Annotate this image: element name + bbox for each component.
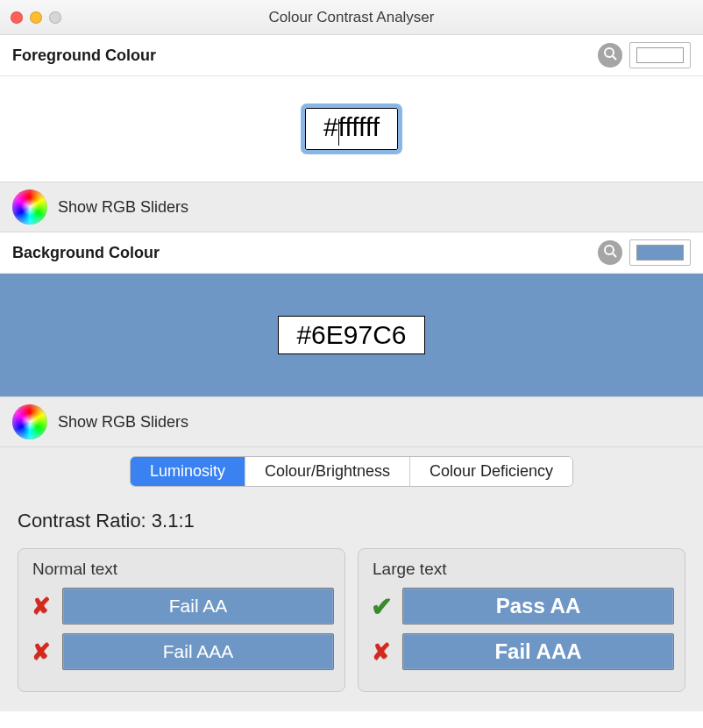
- background-hex-field-wrap[interactable]: #6E97C6: [278, 316, 424, 354]
- foreground-hex-input[interactable]: ffffff: [338, 112, 380, 141]
- tab-luminosity[interactable]: Luminosity: [131, 457, 245, 486]
- foreground-sliders-label: Show RGB Sliders: [58, 198, 188, 217]
- color-wheel-icon: [12, 189, 47, 225]
- tab-colour-brightness[interactable]: Colour/Brightness: [245, 457, 410, 486]
- background-hex-input[interactable]: #6E97C6: [296, 320, 406, 349]
- normal-text-panel: Normal text ✘ Fail AA ✘ Fail AAA: [18, 548, 345, 692]
- foreground-swatch-button[interactable]: [629, 42, 691, 68]
- normal-aa-result: Fail AA: [62, 588, 334, 625]
- foreground-header: Foreground Colour: [0, 35, 703, 76]
- fail-icon: ✘: [369, 639, 394, 666]
- foreground-sliders-toggle[interactable]: Show RGB Sliders: [0, 182, 703, 232]
- background-swatch: [636, 245, 684, 261]
- background-eyedropper-button[interactable]: [598, 240, 622, 265]
- foreground-swatch: [636, 47, 684, 63]
- zoom-window-button[interactable]: [49, 11, 61, 24]
- window-title: Colour Contrast Analyser: [0, 9, 703, 26]
- foreground-hex-field-wrap[interactable]: #ffffff: [305, 108, 398, 150]
- contrast-ratio-label: Contrast Ratio: 3.1:1: [18, 510, 685, 532]
- normal-aa-row: ✘ Fail AA: [29, 588, 334, 625]
- titlebar: Colour Contrast Analyser: [0, 0, 703, 35]
- svg-point-2: [605, 246, 614, 254]
- normal-aaa-row: ✘ Fail AAA: [29, 633, 334, 670]
- background-header: Background Colour: [0, 232, 703, 274]
- foreground-preview-area: #ffffff: [0, 76, 703, 182]
- window-controls: [11, 11, 61, 24]
- search-icon: [603, 46, 617, 64]
- svg-point-0: [605, 48, 614, 57]
- foreground-eyedropper-button[interactable]: [598, 43, 622, 68]
- pass-icon: ✔: [369, 591, 394, 622]
- large-aaa-row: ✘ Fail AAA: [369, 633, 674, 670]
- normal-text-title: Normal text: [32, 560, 330, 579]
- search-icon: [603, 244, 617, 261]
- minimize-window-button[interactable]: [30, 11, 42, 24]
- tabs-container: Luminosity Colour/Brightness Colour Defi…: [0, 447, 703, 492]
- large-aaa-result: Fail AAA: [402, 633, 674, 670]
- fail-icon: ✘: [29, 593, 53, 620]
- results-area: Contrast Ratio: 3.1:1 Normal text ✘ Fail…: [0, 492, 703, 711]
- large-text-panel: Large text ✔ Pass AA ✘ Fail AAA: [358, 548, 685, 692]
- close-window-button[interactable]: [11, 11, 23, 24]
- background-sliders-toggle[interactable]: Show RGB Sliders: [0, 396, 703, 447]
- background-sliders-label: Show RGB Sliders: [58, 413, 188, 432]
- background-preview-area: #6E97C6: [0, 274, 703, 396]
- background-label: Background Colour: [12, 244, 160, 262]
- segmented-control: Luminosity Colour/Brightness Colour Defi…: [130, 456, 573, 487]
- foreground-label: Foreground Colour: [12, 46, 156, 65]
- large-aa-row: ✔ Pass AA: [369, 588, 674, 625]
- background-swatch-button[interactable]: [629, 239, 691, 266]
- normal-aaa-result: Fail AAA: [62, 633, 334, 670]
- large-text-title: Large text: [373, 560, 671, 579]
- svg-line-3: [613, 253, 616, 257]
- large-aa-result: Pass AA: [402, 588, 674, 625]
- svg-line-1: [613, 56, 616, 60]
- tab-colour-deficiency[interactable]: Colour Deficiency: [410, 457, 572, 486]
- color-wheel-icon: [12, 404, 47, 439]
- fail-icon: ✘: [29, 639, 53, 666]
